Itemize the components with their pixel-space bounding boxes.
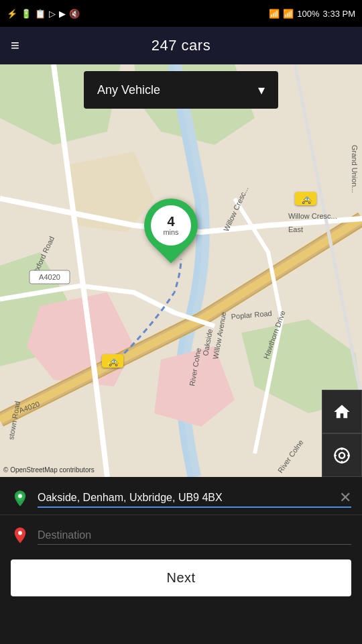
signal-icon: 📶	[283, 9, 294, 19]
destination-row	[0, 515, 362, 553]
pin-minutes: 4	[167, 215, 174, 228]
app-header: ≡ 247 cars	[0, 27, 362, 64]
destination-pin-icon	[11, 526, 29, 545]
usb-icon: ⚡	[7, 9, 17, 19]
location-button[interactable]	[322, 433, 362, 477]
map-container: Oxford Road A4020 River Colne Willow Cre…	[0, 64, 362, 477]
pickup-input[interactable]	[38, 489, 351, 508]
pin-label: mins	[163, 228, 178, 236]
battery-full: 100%	[297, 9, 319, 19]
map-svg: Oxford Road A4020 River Colne Willow Cre…	[0, 64, 362, 477]
app-title: 247 cars	[152, 37, 210, 54]
svg-text:A4020: A4020	[39, 273, 60, 281]
svg-point-28	[18, 494, 22, 498]
wifi-icon: 📶	[269, 9, 280, 19]
status-right-icons: 📶 📶 100% 3:33 PM	[269, 9, 355, 19]
osm-attribution: © OpenStreetMap contributors	[3, 466, 95, 474]
close-button[interactable]: ✕	[339, 489, 351, 506]
taxi-marker-1	[295, 192, 316, 205]
nav-icon: ▷	[49, 9, 56, 19]
home-button[interactable]	[322, 390, 362, 433]
svg-text:Grand Union...: Grand Union...	[351, 145, 359, 193]
svg-point-29	[18, 531, 22, 535]
crosshair-icon	[333, 446, 351, 465]
sd-card-icon: 📋	[35, 9, 46, 19]
bottom-panel: ✕ Next	[0, 477, 362, 644]
vehicle-dropdown[interactable]: Any Vehicle ▾	[84, 71, 278, 109]
play-icon: ▶	[59, 9, 66, 19]
home-icon	[333, 402, 351, 421]
svg-text:East: East	[288, 225, 303, 233]
taxi-marker-2	[102, 354, 123, 368]
mute-icon: 🔇	[69, 9, 80, 19]
destination-input[interactable]	[38, 527, 351, 545]
from-pin-icon	[11, 489, 29, 508]
vehicle-label: Any Vehicle	[97, 83, 160, 97]
svg-text:Willow Cresc...: Willow Cresc...	[288, 212, 337, 220]
from-location-row: ✕	[0, 477, 362, 515]
map-buttons	[322, 390, 362, 477]
pin-bubble-inner: 4 mins	[151, 205, 191, 246]
pin-bubble: 4 mins	[133, 187, 208, 263]
battery-low-icon: 🔋	[21, 9, 32, 19]
menu-icon[interactable]: ≡	[11, 37, 19, 54]
status-left-icons: ⚡ 🔋 📋 ▷ ▶ 🔇	[7, 9, 80, 19]
status-bar: ⚡ 🔋 📋 ▷ ▶ 🔇 📶 📶 100% 3:33 PM	[0, 0, 362, 27]
next-button[interactable]: Next	[11, 559, 351, 596]
time-display: 3:33 PM	[323, 9, 355, 19]
chevron-down-icon: ▾	[258, 82, 265, 98]
map-pin-marker: 4 mins	[144, 199, 198, 252]
